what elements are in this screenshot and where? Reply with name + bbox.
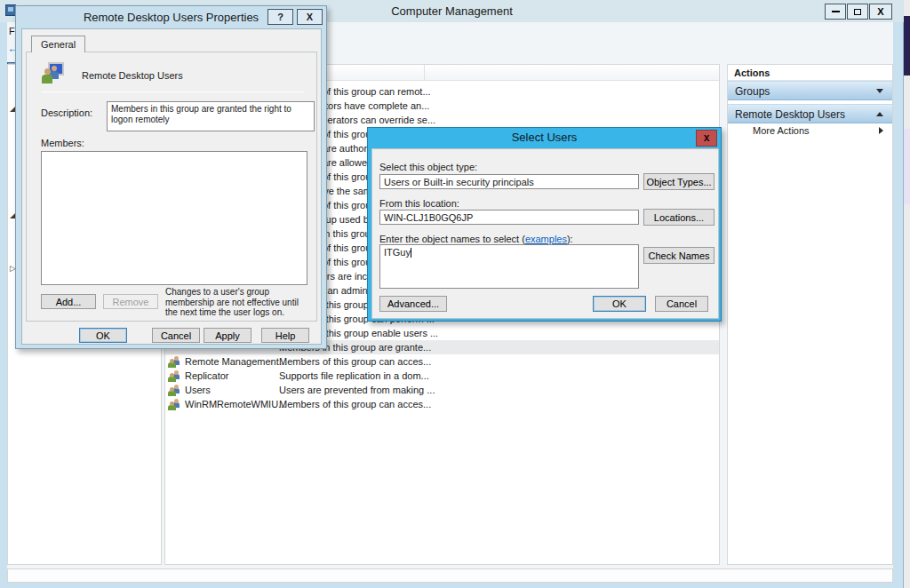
group-description: Members of this group can acces...: [279, 399, 431, 409]
group-row[interactable]: ReplicatorSupports file replication in a…: [165, 369, 719, 383]
ok-button[interactable]: OK: [593, 296, 646, 312]
more-actions-item[interactable]: More Actions: [728, 123, 892, 139]
group-name: WinRMRemoteWMIU...: [185, 399, 286, 409]
tab-general[interactable]: General: [31, 36, 85, 52]
properties-dialog-body: General Remote Desktop Users Description…: [21, 28, 322, 345]
actions-section-remote-desktop-users[interactable]: Remote Desktop Users: [728, 104, 892, 123]
ok-button[interactable]: OK: [79, 328, 127, 343]
file-menu-fragment[interactable]: F: [9, 26, 15, 36]
group-row[interactable]: Remote Management...Members of this grou…: [165, 354, 719, 369]
cancel-button[interactable]: Cancel: [655, 296, 708, 312]
object-types-button[interactable]: Object Types...: [643, 173, 714, 190]
chevron-down-icon[interactable]: [876, 89, 883, 93]
object-type-label: Select this object type:: [379, 162, 477, 172]
text-caret: [411, 248, 411, 258]
group-icon: [168, 369, 180, 382]
advanced-button[interactable]: Advanced...: [379, 296, 447, 312]
select-users-dialog: Select Users x Select this object type: …: [367, 127, 722, 322]
actions-pane: Actions Groups Remote Desktop Users More…: [727, 64, 893, 565]
group-icon: [168, 398, 180, 410]
status-bar: [7, 568, 893, 583]
help-button[interactable]: Help: [261, 328, 309, 343]
minimize-button[interactable]: [825, 4, 846, 20]
select-users-body: Select this object type: Users or Built-…: [371, 148, 719, 319]
apply-button[interactable]: Apply: [204, 328, 251, 343]
location-label: From this location:: [379, 198, 459, 209]
actions-header: Actions: [728, 65, 892, 81]
properties-dialog: Remote Desktop Users Properties ? X Gene…: [15, 5, 327, 349]
examples-link[interactable]: examples: [525, 234, 567, 244]
help-titlebar-button[interactable]: ?: [267, 9, 293, 25]
maximize-icon: [854, 9, 861, 15]
group-row[interactable]: WinRMRemoteWMIU...Members of this group …: [165, 397, 719, 411]
description-label: Description:: [41, 107, 92, 118]
screen: Computer Management X F ← ◢ ◢ ▷ Members …: [0, 0, 910, 588]
remove-button: Remove: [103, 294, 158, 309]
column-header-description[interactable]: [425, 65, 720, 81]
arrow-right-icon: [879, 127, 883, 134]
select-users-title: Select Users: [368, 128, 721, 149]
more-actions-label: More Actions: [753, 125, 810, 136]
actions-section-groups[interactable]: Groups: [728, 81, 892, 100]
object-names-input[interactable]: ITGuy: [379, 244, 639, 289]
add-button[interactable]: Add...: [41, 294, 96, 309]
group-description: Users are prevented from making ...: [279, 385, 435, 395]
members-listbox[interactable]: [41, 151, 307, 285]
check-names-button[interactable]: Check Names: [643, 247, 714, 264]
group-name: Replicator: [185, 370, 229, 381]
location-field[interactable]: WIN-CLJ1B0GQ6JP: [379, 210, 639, 225]
group-name: Users: [185, 385, 211, 395]
actions-rdu-label: Remote Desktop Users: [735, 108, 845, 121]
group-description: Supports file replication in a dom...: [279, 370, 429, 381]
close-dialog-button[interactable]: X: [297, 9, 323, 25]
group-large-icon: [41, 62, 64, 84]
minimize-icon: [832, 11, 840, 12]
membership-note: Changes to a user's group membership are…: [165, 287, 309, 318]
group-name-label: Remote Desktop Users: [82, 70, 183, 81]
close-dialog-button[interactable]: x: [696, 130, 717, 147]
cancel-button[interactable]: Cancel: [152, 328, 200, 343]
maximize-button[interactable]: [847, 4, 868, 20]
group-icon: [168, 384, 180, 396]
general-tab-panel: Remote Desktop Users Description: Member…: [26, 52, 317, 322]
chevron-up-icon[interactable]: [876, 112, 883, 116]
group-icon: [168, 355, 180, 368]
object-type-field[interactable]: Users or Built-in security principals: [379, 174, 639, 189]
names-label: Enter the object names to select (exampl…: [379, 234, 573, 244]
description-field[interactable]: Members in this group are granted the ri…: [107, 101, 315, 131]
group-row[interactable]: UsersUsers are prevented from making ...: [165, 383, 719, 397]
divider: [41, 91, 304, 92]
group-description: Members of this group can acces...: [279, 356, 431, 367]
close-button[interactable]: X: [869, 4, 892, 20]
members-label: Members:: [41, 138, 84, 148]
group-name: Remote Management...: [185, 356, 287, 367]
locations-button[interactable]: Locations...: [643, 209, 714, 226]
actions-groups-label: Groups: [735, 85, 770, 98]
